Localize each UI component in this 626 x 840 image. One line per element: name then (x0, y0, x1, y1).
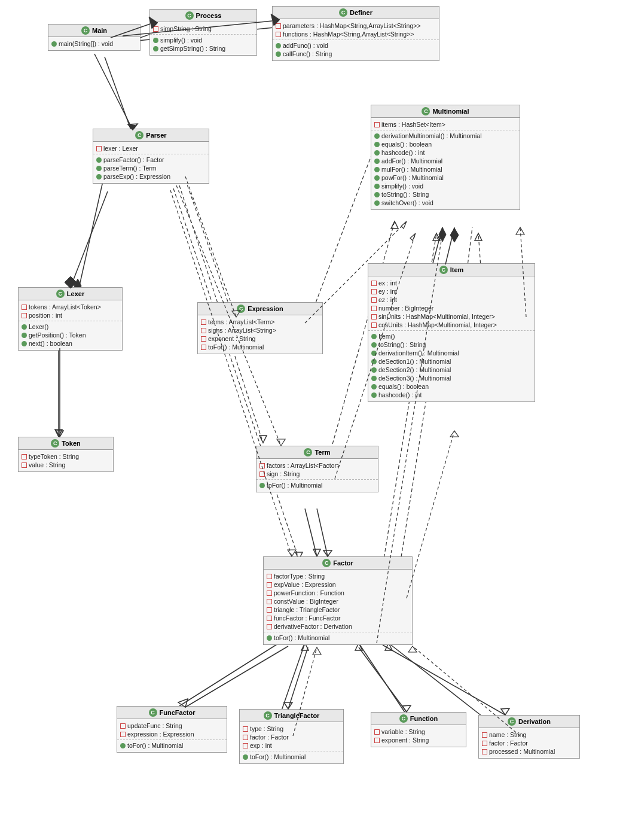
class-expression-fields: terms : ArrayList<Term> signs : ArrayLis… (198, 316, 322, 352)
field-icon (371, 314, 377, 319)
field-text: exponent : String (208, 335, 255, 342)
class-trianglefactor-title: TriangleFactor (274, 712, 320, 719)
class-lexer-title: Lexer (67, 290, 84, 297)
svg-line-65 (317, 509, 328, 556)
field-icon (482, 732, 487, 738)
svg-marker-64 (516, 227, 524, 235)
field-lexer: lexer : Lexer (93, 144, 209, 153)
svg-marker-23 (439, 227, 446, 242)
method-icon (276, 51, 281, 57)
class-function-icon: C (399, 714, 408, 723)
field-text: derivativeFactor : Derivation (274, 623, 352, 630)
field-text: exponent : String (381, 736, 429, 744)
method-text: deSection1() : Multinomial (378, 358, 451, 365)
svg-line-67 (185, 646, 288, 707)
class-factor-icon: C (322, 559, 331, 567)
svg-marker-60 (437, 233, 442, 241)
field-icon (22, 454, 27, 459)
method-term-tofor: toFor() : Multinomial (256, 481, 378, 489)
field-fn-exponent: exponent : String (371, 736, 466, 744)
svg-line-69 (288, 647, 308, 709)
class-factor-fields: factorType : String expValue : Expressio… (264, 571, 412, 632)
field-tofor: toFor() : Multinomial (198, 343, 322, 351)
field-text: factor : Factor (489, 739, 528, 747)
class-function-title: Function (410, 715, 438, 722)
field-text: powerFunction : Function (274, 589, 344, 596)
method-text: getSimpString() : String (160, 45, 225, 52)
class-funcfactor-methods: toFor() : Multinomial (117, 739, 227, 751)
method-icon (371, 351, 377, 356)
method-text: addFor() : Multinomial (381, 157, 442, 165)
method-text: parseFactor() : Factor (103, 156, 164, 163)
field-icon (374, 122, 380, 127)
field-text: factor : Factor (250, 734, 289, 741)
method-getposition: getPosition() : Token (19, 331, 122, 339)
method-icon (374, 184, 380, 189)
field-text: type : String (250, 725, 283, 732)
class-parser-body: lexer : Lexer parseFactor() : Factor par… (93, 142, 209, 183)
method-icon (374, 167, 380, 172)
field-funcfactor: funcFactor : FuncFactor (264, 614, 412, 622)
field-updatefunc: updateFunc : String (117, 722, 227, 730)
field-icon (259, 463, 265, 468)
class-parser-header: C Parser (93, 129, 209, 142)
svg-marker-38 (475, 233, 482, 241)
svg-line-61 (445, 227, 454, 264)
class-trianglefactor-body: type : String factor : Factor exp : int … (240, 722, 343, 763)
field-icon (267, 582, 272, 588)
class-main-icon: C (81, 26, 90, 35)
method-icon (276, 43, 281, 48)
field-dv-factor: factor : Factor (479, 739, 579, 747)
field-signs: signs : ArrayList<String> (198, 326, 322, 334)
field-cosunits: cosUnits : HashMap<Multinomial, Integer> (368, 321, 535, 329)
class-token: C Token typeToken : String value : Strin… (18, 437, 114, 472)
method-icon (371, 342, 377, 348)
class-trianglefactor-icon: C (264, 711, 272, 720)
class-derivation: C Derivation name : String factor : Fact… (478, 715, 580, 759)
field-text: parameters : HashMap<String,ArrayList<St… (283, 22, 421, 29)
field-icon (276, 32, 281, 37)
field-powerfunction: powerFunction : Function (264, 589, 412, 597)
method-parseexp: parseExp() : Expression (93, 172, 209, 181)
method-text: toFor() : Multinomial (267, 482, 322, 489)
svg-line-27 (179, 634, 293, 706)
class-lexer: C Lexer tokens : ArrayList<Token> positi… (18, 287, 123, 351)
svg-line-25 (305, 509, 317, 556)
svg-marker-62 (450, 228, 459, 242)
field-tf-factor: factor : Factor (240, 733, 343, 741)
svg-marker-76 (450, 431, 459, 437)
field-text: lexer : Lexer (103, 145, 138, 152)
svg-line-71 (359, 647, 407, 712)
method-icon (120, 743, 126, 748)
class-multinomial-body: items : HashSet<Item> derivationMultinom… (371, 118, 520, 209)
method-text: simplify() : void (381, 182, 423, 190)
method-text: equals() : boolean (381, 141, 432, 148)
class-funcfactor-body: updateFunc : String expression : Express… (117, 719, 227, 752)
field-icon (371, 281, 377, 286)
method-icon (374, 133, 380, 139)
field-icon (243, 743, 248, 748)
field-text: number : BigInteger (378, 305, 433, 312)
class-multinomial-icon: C (422, 107, 430, 115)
field-icon (267, 599, 272, 604)
method-callfunc: callFunc() : String (273, 50, 439, 58)
method-item-hashcode: hashcode() : int (368, 391, 535, 399)
class-token-fields: typeToken : String value : String (19, 451, 113, 470)
field-icon (267, 574, 272, 579)
svg-line-75 (407, 431, 454, 598)
svg-line-49 (185, 176, 236, 317)
field-items: items : HashSet<Item> (371, 120, 520, 129)
class-item-title: Item (450, 266, 464, 273)
method-text: hashcode() : int (381, 149, 425, 156)
method-text: toString() : String (378, 341, 426, 348)
method-powfor: powFor() : Multinomial (371, 174, 520, 182)
field-variable: variable : String (371, 728, 466, 736)
method-icon (51, 41, 57, 47)
method-icon (22, 324, 27, 330)
svg-line-29 (281, 643, 305, 712)
svg-line-33 (389, 643, 484, 718)
class-term-methods: toFor() : Multinomial (256, 479, 378, 491)
class-process-fields: simpString : String (150, 23, 256, 34)
class-expression-icon: C (237, 305, 245, 313)
field-icon (371, 322, 377, 328)
